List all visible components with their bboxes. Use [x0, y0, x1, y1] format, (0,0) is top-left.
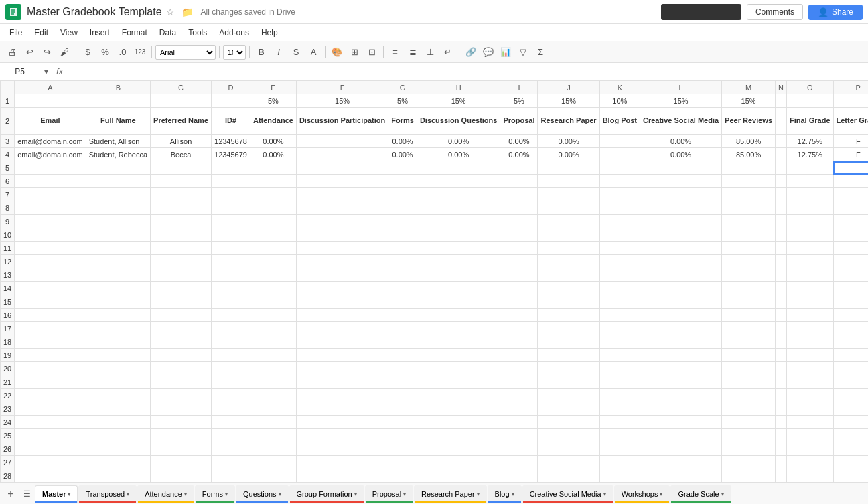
menu-format[interactable]: Format — [117, 26, 153, 39]
cell-c4[interactable]: Becca — [151, 148, 212, 161]
cell-e5[interactable] — [250, 161, 296, 175]
filter-button[interactable]: ▽ — [515, 44, 531, 60]
col-header-b[interactable]: B — [86, 81, 150, 94]
sheet-tab-group-formation[interactable]: Group Formation ▾ — [289, 485, 364, 503]
cell-c5[interactable] — [151, 161, 212, 175]
cell-k3[interactable] — [599, 135, 640, 148]
col-header-o[interactable]: O — [787, 81, 834, 94]
menu-insert[interactable]: Insert — [84, 26, 115, 39]
share-button[interactable]: 👤 Share — [808, 5, 863, 20]
tab-dropdown-creative-social-media[interactable]: ▾ — [603, 491, 606, 497]
font-size-selector[interactable]: 10 — [223, 45, 246, 60]
cell-d2[interactable]: ID# — [212, 108, 250, 135]
cell-g4[interactable]: 0.00% — [388, 148, 417, 161]
cell-i5[interactable] — [500, 161, 538, 175]
cell-d3[interactable]: 12345678 — [212, 135, 250, 148]
cell-m4[interactable]: 85.00% — [722, 148, 776, 161]
col-header-c[interactable]: C — [151, 81, 212, 94]
cell-d1[interactable] — [212, 94, 250, 108]
sheet-tab-creative-social-media[interactable]: Creative Social Media ▾ — [522, 485, 613, 503]
cell-f3[interactable] — [296, 135, 388, 148]
cell-p5[interactable] — [833, 161, 868, 175]
undo-button[interactable]: ↩ — [21, 44, 38, 60]
cell-i3[interactable]: 0.00% — [500, 135, 538, 148]
cell-k2[interactable]: Blog Post — [599, 108, 640, 135]
cell-o1[interactable] — [787, 94, 834, 108]
sheet-tab-forms[interactable]: Forms ▾ — [195, 485, 235, 503]
cell-g3[interactable]: 0.00% — [388, 135, 417, 148]
cell-i1[interactable]: 5% — [500, 94, 538, 108]
paint-format-button[interactable]: 🖌 — [56, 44, 72, 60]
add-sheet-button[interactable]: + — [3, 486, 19, 502]
tab-dropdown-attendance[interactable]: ▾ — [184, 491, 187, 497]
cell-n2[interactable] — [776, 108, 787, 135]
cell-f5[interactable] — [296, 161, 388, 175]
col-header-e[interactable]: E — [250, 81, 296, 94]
cell-d5[interactable] — [212, 161, 250, 175]
cell-f4[interactable] — [296, 148, 388, 161]
cell-i4[interactable]: 0.00% — [500, 148, 538, 161]
sheet-tab-master[interactable]: Master ▾ — [35, 485, 78, 503]
valign-button[interactable]: ⊥ — [422, 44, 438, 60]
cell-b3[interactable]: Student, Allison — [86, 135, 150, 148]
menu-data[interactable]: Data — [154, 26, 182, 39]
cell-p1[interactable] — [833, 94, 868, 108]
cell-i2[interactable]: Proposal — [500, 108, 538, 135]
tab-dropdown-forms[interactable]: ▾ — [225, 491, 228, 497]
chart-button[interactable]: 📊 — [498, 44, 514, 60]
menu-addons[interactable]: Add-ons — [214, 26, 255, 39]
cell-l5[interactable] — [640, 161, 722, 175]
decimal-places-button[interactable]: 123 — [132, 44, 148, 60]
col-header-i[interactable]: I — [500, 81, 538, 94]
sheet-tab-blog[interactable]: Blog ▾ — [488, 485, 522, 503]
grid-wrapper[interactable]: A B C D E F G H I J K L M N O P Q — [0, 80, 868, 483]
cell-e3[interactable]: 0.00% — [250, 135, 296, 148]
sheet-tab-workshops[interactable]: Workshops ▾ — [614, 485, 670, 503]
cell-b1[interactable] — [86, 94, 150, 108]
tab-dropdown-blog[interactable]: ▾ — [512, 491, 514, 497]
italic-button[interactable]: I — [271, 44, 287, 60]
tab-dropdown-grade-scale[interactable]: ▾ — [721, 491, 724, 497]
cell-h3[interactable]: 0.00% — [417, 135, 500, 148]
menu-edit[interactable]: Edit — [29, 26, 54, 39]
col-header-l[interactable]: L — [640, 81, 722, 94]
cell-h1[interactable]: 15% — [417, 94, 500, 108]
text-color-button[interactable]: A — [305, 44, 321, 60]
comment-button[interactable]: 💬 — [480, 44, 496, 60]
col-header-f[interactable]: F — [296, 81, 388, 94]
cell-o5[interactable] — [787, 161, 834, 175]
cell-f1[interactable]: 15% — [296, 94, 388, 108]
redo-button[interactable]: ↪ — [39, 44, 55, 60]
tab-dropdown-workshops[interactable]: ▾ — [660, 491, 662, 497]
fill-color-button[interactable]: 🎨 — [329, 44, 345, 60]
cell-l3[interactable]: 0.00% — [640, 135, 722, 148]
cell-p2[interactable]: Letter Grade — [833, 108, 868, 135]
cell-j4[interactable]: 0.00% — [538, 148, 599, 161]
strikethrough-button[interactable]: S — [288, 44, 304, 60]
percent-button[interactable]: % — [97, 44, 113, 60]
cell-e4[interactable]: 0.00% — [250, 148, 296, 161]
col-header-d[interactable]: D — [212, 81, 250, 94]
col-header-k[interactable]: K — [599, 81, 640, 94]
cell-o3[interactable]: 12.75% — [787, 135, 834, 148]
cell-b5[interactable] — [86, 161, 150, 175]
cell-o2[interactable]: Final Grade — [787, 108, 834, 135]
cell-a2[interactable]: Email — [15, 108, 86, 135]
function-button[interactable]: Σ — [532, 44, 549, 60]
star-icon[interactable]: ☆ — [166, 7, 175, 17]
cell-k5[interactable] — [599, 161, 640, 175]
merge-button[interactable]: ⊡ — [364, 44, 380, 60]
sheet-tab-transposed[interactable]: Transposed ▾ — [78, 485, 137, 503]
menu-file[interactable]: File — [4, 26, 27, 39]
sheet-tab-research-paper[interactable]: Research Paper ▾ — [414, 485, 487, 503]
cell-a5[interactable] — [15, 161, 86, 175]
cell-f2[interactable]: Discussion Participation — [296, 108, 388, 135]
bold-button[interactable]: B — [253, 44, 269, 60]
cell-l1[interactable]: 15% — [640, 94, 722, 108]
cell-k1[interactable]: 10% — [599, 94, 640, 108]
tab-dropdown-research-paper[interactable]: ▾ — [477, 491, 480, 497]
cell-j3[interactable]: 0.00% — [538, 135, 599, 148]
cell-k4[interactable] — [599, 148, 640, 161]
col-header-m[interactable]: M — [722, 81, 776, 94]
cell-c2[interactable]: Preferred Name — [151, 108, 212, 135]
